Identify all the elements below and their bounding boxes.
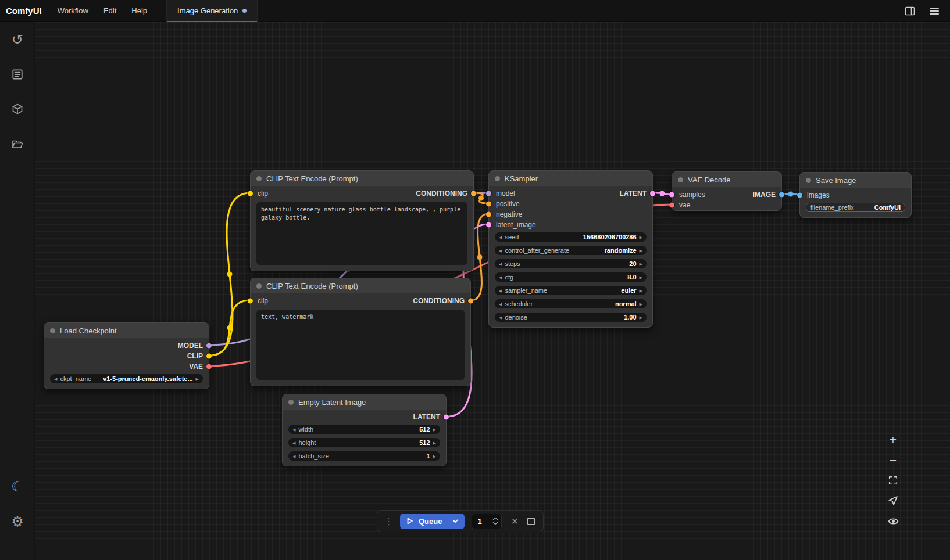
- arrow-right-icon[interactable]: ▶: [196, 377, 199, 381]
- menu-help[interactable]: Help: [124, 6, 155, 15]
- input-port-clip[interactable]: [248, 191, 253, 196]
- collapse-toggle-icon[interactable]: [495, 176, 500, 181]
- node-title-bar[interactable]: CLIP Text Encode (Prompt): [251, 278, 470, 293]
- select-mode-icon[interactable]: [884, 492, 902, 509]
- widget-width[interactable]: ◀width512▶: [288, 425, 440, 434]
- arrow-right-icon[interactable]: ▶: [433, 428, 436, 432]
- arrow-right-icon[interactable]: ▶: [640, 302, 642, 306]
- collapse-toggle-icon[interactable]: [256, 283, 262, 289]
- node-library-icon[interactable]: [0, 57, 35, 92]
- stepper-down-icon[interactable]: [492, 522, 498, 525]
- output-port-LATENT[interactable]: [444, 415, 449, 420]
- node-title-bar[interactable]: VAE Decode: [672, 172, 781, 187]
- input-port-clip[interactable]: [248, 299, 253, 304]
- arrow-left-icon[interactable]: ◀: [499, 302, 502, 306]
- clear-queue-icon[interactable]: ×: [509, 515, 520, 527]
- input-port-vae[interactable]: [669, 203, 674, 208]
- input-port-images[interactable]: [797, 193, 802, 198]
- node-vae-decode[interactable]: VAE DecodesamplesIMAGEvae: [672, 171, 782, 211]
- arrow-right-icon[interactable]: ▶: [433, 441, 436, 445]
- collapse-toggle-icon[interactable]: [288, 400, 294, 405]
- menu-workflow[interactable]: Workflow: [50, 6, 96, 15]
- toggle-visibility-eye-icon[interactable]: [884, 512, 902, 530]
- widget-control_after_generate[interactable]: ◀control_after_generaterandomize▶: [495, 246, 647, 255]
- fit-view-icon[interactable]: [884, 472, 902, 489]
- arrow-right-icon[interactable]: ▶: [640, 262, 642, 266]
- chevron-down-icon[interactable]: [452, 518, 459, 525]
- arrow-right-icon[interactable]: ▶: [640, 315, 642, 320]
- widget-height[interactable]: ◀height512▶: [288, 438, 440, 447]
- node-title-bar[interactable]: Load Checkpoint: [44, 323, 209, 338]
- node-graph-canvas[interactable]: Load CheckpointMODELCLIPVAE◀ckpt_namev1-…: [35, 22, 950, 560]
- prompt-text-input[interactable]: beautiful scenery nature glass bottle la…: [256, 202, 467, 265]
- output-port-MODEL[interactable]: [206, 343, 212, 349]
- batch-count-stepper[interactable]: 1: [472, 514, 502, 529]
- stepper-up-icon[interactable]: [492, 517, 498, 520]
- count-stepper-arrows[interactable]: [492, 517, 498, 525]
- link-midpoint-image[interactable]: [788, 192, 794, 197]
- theme-toggle-icon[interactable]: ☾: [0, 469, 35, 504]
- output-port-VAE[interactable]: [206, 364, 212, 369]
- menu-edit[interactable]: Edit: [96, 6, 124, 15]
- node-title-bar[interactable]: Empty Latent Image: [283, 394, 446, 410]
- arrow-left-icon[interactable]: ◀: [499, 315, 502, 320]
- input-port-model[interactable]: [486, 191, 491, 196]
- input-port-latent_image[interactable]: [486, 222, 491, 228]
- node-clip-text-encode-positive[interactable]: CLIP Text Encode (Prompt)clipCONDITIONIN…: [250, 170, 474, 271]
- arrow-left-icon[interactable]: ◀: [499, 249, 502, 253]
- queue-button[interactable]: Queue: [400, 514, 465, 529]
- collapse-toggle-icon[interactable]: [678, 177, 683, 182]
- prompt-text-input[interactable]: text, watermark: [256, 310, 465, 380]
- tab-image-generation[interactable]: Image Generation: [166, 0, 258, 22]
- input-port-positive[interactable]: [486, 202, 491, 207]
- arrow-left-icon[interactable]: ◀: [499, 262, 502, 266]
- widget-seed[interactable]: ◀seed156680208700286▶: [495, 232, 647, 242]
- node-ksampler[interactable]: KSamplermodelLATENTpositivenegativelaten…: [488, 170, 653, 328]
- widget-batch_size[interactable]: ◀batch_size1▶: [288, 451, 440, 461]
- link-midpoint-latent-samples[interactable]: [660, 191, 665, 196]
- arrow-right-icon[interactable]: ▶: [640, 249, 642, 253]
- settings-gear-icon[interactable]: ⚙: [0, 504, 35, 539]
- input-port-samples[interactable]: [669, 192, 674, 198]
- output-port-CLIP[interactable]: [206, 354, 212, 359]
- arrow-left-icon[interactable]: ◀: [54, 377, 57, 381]
- workflows-folder-icon[interactable]: [0, 127, 35, 161]
- collapse-toggle-icon[interactable]: [806, 178, 811, 183]
- arrow-right-icon[interactable]: ▶: [640, 275, 642, 279]
- hamburger-menu-icon[interactable]: [928, 5, 941, 17]
- node-title-bar[interactable]: CLIP Text Encode (Prompt): [251, 171, 473, 186]
- arrow-left-icon[interactable]: ◀: [499, 235, 502, 239]
- arrow-right-icon[interactable]: ▶: [433, 454, 436, 458]
- link-midpoint-conditioning-positive[interactable]: [478, 196, 484, 201]
- widget-ckpt_name[interactable]: ◀ckpt_namev1-5-pruned-emaonly.safete...▶: [50, 374, 203, 383]
- model-library-icon[interactable]: [0, 92, 35, 127]
- arrow-left-icon[interactable]: ◀: [292, 454, 295, 458]
- zoom-out-icon[interactable]: −: [884, 451, 902, 469]
- widget-scheduler[interactable]: ◀schedulernormal▶: [495, 299, 647, 308]
- output-port-LATENT[interactable]: [650, 191, 655, 196]
- zoom-in-icon[interactable]: +: [884, 431, 902, 448]
- input-port-negative[interactable]: [486, 212, 491, 217]
- node-empty-latent-image[interactable]: Empty Latent ImageLATENT◀width512▶◀heigh…: [282, 394, 447, 466]
- collapse-toggle-icon[interactable]: [256, 176, 262, 181]
- output-port-CONDITIONING[interactable]: [468, 299, 473, 304]
- widget-sampler_name[interactable]: ◀sampler_nameeuler▶: [495, 286, 647, 295]
- output-port-CONDITIONING[interactable]: [471, 191, 476, 196]
- arrow-right-icon[interactable]: ▶: [640, 235, 642, 239]
- widget-steps[interactable]: ◀steps20▶: [495, 259, 647, 268]
- arrow-left-icon[interactable]: ◀: [499, 275, 502, 279]
- link-midpoint-clip-to-positive-prompt[interactable]: [227, 272, 233, 277]
- node-save-image[interactable]: Save Imageimagesfilename_prefixComfyUI: [799, 172, 912, 218]
- widget-denoise[interactable]: ◀denoise1.00▶: [495, 313, 647, 322]
- node-load-checkpoint[interactable]: Load CheckpointMODELCLIPVAE◀ckpt_namev1-…: [44, 322, 209, 389]
- queue-panel-icon[interactable]: [527, 518, 535, 525]
- panel-toggle-icon[interactable]: [903, 5, 916, 17]
- link-midpoint-clip-to-negative-prompt[interactable]: [227, 325, 233, 331]
- link-midpoint-conditioning-negative[interactable]: [477, 254, 483, 260]
- widget-filename_prefix[interactable]: filename_prefixComfyUI: [806, 203, 905, 212]
- arrow-right-icon[interactable]: ▶: [640, 289, 642, 293]
- queue-history-icon[interactable]: ↺: [0, 22, 35, 57]
- output-port-IMAGE[interactable]: [779, 192, 784, 198]
- arrow-left-icon[interactable]: ◀: [292, 428, 295, 432]
- app-logo[interactable]: ComfyUI: [0, 6, 50, 16]
